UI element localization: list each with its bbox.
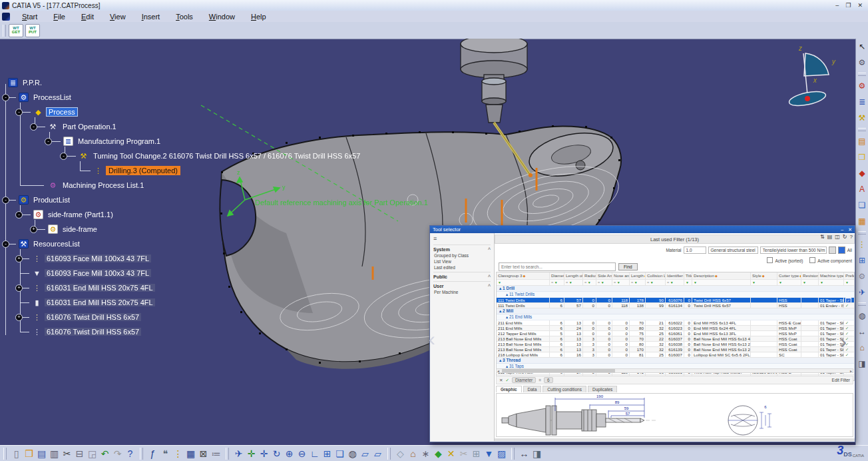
- filter-cell[interactable]: ▼: [844, 280, 855, 285]
- normal-view-icon[interactable]: ∟: [308, 448, 321, 459]
- tree-item-616031-end-mill-hss-20x75-4fl[interactable]: ⋮616031 End Mill HSS 20x75 4FL: [32, 282, 155, 293]
- select-icon[interactable]: ↖: [856, 39, 868, 55]
- options-gear-icon[interactable]: ⚙: [856, 55, 868, 71]
- paste-icon[interactable]: ◲: [86, 448, 99, 459]
- table-row-616038[interactable]: 213 Ball Nose End Mills61330080326160380…: [497, 342, 854, 347]
- table-row-616134[interactable]: 111 Twist Drills65700118138996161340Twis…: [497, 303, 854, 308]
- view-cube-icon[interactable]: ❏: [856, 197, 868, 213]
- render-style-icon[interactable]: ▨: [495, 448, 508, 459]
- sidebar-section-header[interactable]: Public^: [433, 274, 491, 279]
- shaded-sphere-icon[interactable]: ◍: [346, 448, 359, 459]
- chip-remove-icon[interactable]: ✕: [499, 378, 503, 383]
- menu-view[interactable]: View: [102, 12, 134, 21]
- sidebar-item-list-view[interactable]: List View: [433, 258, 491, 264]
- funnel-icon[interactable]: ▼: [670, 280, 674, 284]
- window-close-icon[interactable]: ✕: [857, 2, 863, 9]
- redo-icon[interactable]: ↷: [111, 448, 124, 459]
- column-header-description[interactable]: Description◆: [692, 272, 751, 279]
- scrollbar-thumb[interactable]: [502, 369, 615, 372]
- tab-duplicates[interactable]: Duplicates: [588, 386, 617, 392]
- tree-item-side-frame-part1-1[interactable]: ⚙side-frame (Part1.1): [33, 209, 115, 220]
- fit-all-icon[interactable]: ✛: [245, 448, 258, 459]
- comment-icon[interactable]: ❝: [159, 448, 172, 459]
- machine-icon[interactable]: ⚙: [856, 268, 868, 284]
- collapse-knob[interactable]: -: [2, 197, 9, 204]
- cut-icon[interactable]: ✂: [61, 448, 73, 459]
- toolbar-grip[interactable]: [387, 448, 391, 460]
- window-minimize-icon[interactable]: –: [835, 2, 839, 9]
- tree-item-616093-face-mill-100x3-43-7fl[interactable]: ▼616093 Face Mill 100x3 43 7FL: [32, 268, 151, 278]
- column-header-classgroup-3[interactable]: Classgroup 3◆: [497, 272, 550, 279]
- column-header-length[interactable]: Length◆: [630, 272, 646, 279]
- open-folder-icon[interactable]: ❒: [23, 448, 35, 459]
- tree-item-part-operation-1[interactable]: ⚒Part Operation.1: [48, 121, 118, 132]
- sidebar-item-per-machine[interactable]: Per Machine: [433, 288, 491, 294]
- plane-icon[interactable]: ◇: [394, 448, 407, 459]
- toolbar-grip[interactable]: [3, 448, 7, 460]
- menu-edit[interactable]: Edit: [73, 12, 102, 21]
- grid-icon[interactable]: ⊞: [856, 252, 868, 268]
- funnel-icon[interactable]: ▼: [650, 280, 654, 284]
- sort-icon[interactable]: ◆: [715, 274, 718, 278]
- formula-icon[interactable]: ƒ: [146, 448, 159, 459]
- expand-knob[interactable]: +: [15, 255, 23, 262]
- toolbar-grip[interactable]: [858, 302, 866, 306]
- catalog-icon[interactable]: ⌂: [856, 340, 868, 356]
- edit-filter-link[interactable]: Edit Filter: [832, 378, 850, 382]
- tree-item-processlist[interactable]: ⚙ProcessList: [19, 92, 73, 103]
- column-header-side-angle[interactable]: Side Angle◆: [596, 272, 612, 279]
- lock-icon[interactable]: ⊠: [197, 448, 210, 459]
- toolbar-grip[interactable]: [3, 25, 6, 37]
- column-header-style[interactable]: Style◆: [751, 272, 777, 279]
- funnel-icon[interactable]: ▼: [569, 280, 572, 284]
- zoom-out-icon[interactable]: ⊖: [296, 448, 308, 459]
- table-row-616022[interactable]: 211 End Mills61300070216160220End Mill H…: [497, 320, 854, 326]
- column-header-nose-angle[interactable]: Nose angle◆: [612, 272, 630, 279]
- sort-icon[interactable]: ◆: [523, 274, 525, 278]
- filter-cell[interactable]: = ▼: [583, 280, 596, 285]
- filter-cell[interactable]: = ▼: [666, 280, 684, 285]
- collapse-knob[interactable]: -: [60, 153, 67, 160]
- calc-table-icon[interactable]: ⊞: [470, 448, 483, 459]
- filter-cell[interactable]: ▼: [777, 280, 801, 285]
- funnel-icon[interactable]: ▼: [617, 280, 620, 284]
- help-icon[interactable]: ?: [850, 234, 853, 240]
- table-row-616007[interactable]: 218 Lollipop End Mills61630081256160070L…: [497, 352, 854, 358]
- save-icon[interactable]: ▤: [35, 448, 48, 459]
- material-grade-select[interactable]: 1.0: [684, 246, 706, 254]
- wt-put-button[interactable]: WT PUT: [25, 24, 40, 37]
- filter-cell[interactable]: = ▼: [612, 280, 630, 285]
- funnel-icon[interactable]: ▼: [803, 280, 806, 284]
- find-button[interactable]: Find: [618, 263, 638, 270]
- table-subgroup-21-end-mills[interactable]: ▴ 21 End Mills: [497, 314, 854, 320]
- view-right-icon[interactable]: ▱: [371, 448, 384, 459]
- exit-workbench-icon[interactable]: ◨: [531, 448, 543, 459]
- column-header-machine-type[interactable]: Machine type◆: [819, 272, 844, 279]
- sort-icon[interactable]: ◆: [762, 274, 765, 278]
- folder-icon[interactable]: ❒: [856, 149, 868, 165]
- expand-knob[interactable]: +: [15, 314, 23, 321]
- checkbox-active-component[interactable]: Active component: [809, 257, 852, 263]
- print-icon[interactable]: ▥: [48, 448, 61, 459]
- tree-item-machining-process-list-1[interactable]: ⚙Machining Process List.1: [48, 180, 146, 191]
- dialog-minimize-icon[interactable]: –: [841, 227, 843, 232]
- chevron-up-icon[interactable]: ^: [488, 247, 491, 252]
- column-header-identifier[interactable]: Identifier◆: [666, 272, 684, 279]
- funnel-icon[interactable]: ▼: [752, 280, 756, 284]
- chevron-up-icon[interactable]: ^: [488, 274, 491, 279]
- refresh-icon[interactable]: ↻: [843, 234, 847, 240]
- chevron-up-icon[interactable]: ^: [488, 284, 491, 288]
- funnel-icon[interactable]: ▼: [820, 280, 823, 284]
- sphere-view-icon[interactable]: ◍: [856, 308, 868, 324]
- collapse-knob[interactable]: -: [15, 211, 23, 219]
- whats-this-icon[interactable]: ?: [124, 448, 136, 459]
- collapse-knob[interactable]: -: [15, 109, 23, 116]
- scroll-right-icon[interactable]: ▸: [850, 368, 852, 373]
- simulation-icon[interactable]: ✈: [856, 284, 868, 300]
- filter-cell[interactable]: ▼: [751, 280, 777, 285]
- funnel-icon[interactable]: ▼: [554, 280, 558, 284]
- tree-item-616093-face-mill-100x3-43-7fl[interactable]: ⋮616093 Face Mill 100x3 43 7FL: [32, 253, 151, 264]
- table-group-1-drill[interactable]: ▴ 1 Drill: [497, 286, 854, 292]
- column-header-collision-length[interactable]: Collision Length◆: [646, 272, 666, 279]
- wt-get-button[interactable]: WT GET: [9, 24, 23, 37]
